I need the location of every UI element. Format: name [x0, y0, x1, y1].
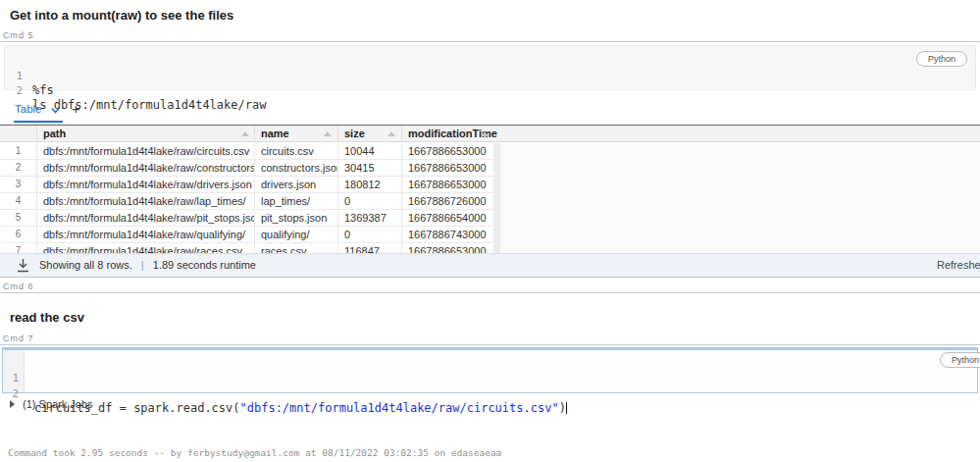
cell-name: pit_stops.json: [255, 210, 338, 226]
cell-path: dbfs:/mnt/formula1d4t4lake/raw/qualifyin…: [37, 227, 255, 242]
row-number: 2: [0, 160, 37, 176]
cell-mtime: 1667886726000: [402, 193, 493, 209]
code-line: 1: [3, 356, 977, 371]
error-text: org.apache.spark.SparkException: Job abo…: [19, 443, 980, 444]
sort-icon[interactable]: [241, 131, 249, 136]
row-number: 6: [0, 227, 37, 242]
cell-size: 10044: [338, 143, 402, 159]
rows-info: Showing all 8 rows. | 1.89 seconds runti…: [39, 259, 256, 271]
column-header-label: name: [261, 128, 289, 139]
line-number: 2: [5, 83, 23, 98]
cell-path: dbfs:/mnt/formula1d4t4lake/raw/lap_times…: [37, 193, 255, 209]
cmd6-label: Cmd 6: [3, 282, 34, 291]
runtime-label: 1.89 seconds runtime: [153, 259, 256, 271]
cell-name: circuits.csv: [255, 143, 338, 159]
column-header-label: path: [43, 128, 66, 139]
add-visualization-button[interactable]: +: [72, 100, 80, 117]
spark-jobs-label: (1) Spark Jobs: [23, 398, 93, 410]
databricks-notebook: { "accent_color": "#2076c6", "md_cell_1"…: [0, 0, 980, 462]
tab-table[interactable]: Table: [15, 103, 42, 115]
sort-icon[interactable]: [324, 131, 332, 136]
code-text: %fs: [32, 83, 54, 98]
cmd7-label: Cmd 7: [3, 334, 34, 343]
column-header-label: size: [344, 128, 365, 139]
cell-path: dbfs:/mnt/formula1d4t4lake/raw/circuits.…: [37, 143, 255, 159]
cell-divider: [0, 344, 980, 345]
code-cell-cmd5[interactable]: Python 1 %fs 2 ls dbfs:/mnt/formula1d4t4…: [4, 45, 976, 90]
spark-jobs-toggle[interactable]: (1) Spark Jobs: [10, 398, 93, 410]
cell-path: dbfs:/mnt/formula1d4t4lake/raw/drivers.j…: [37, 177, 255, 192]
column-header-size[interactable]: size: [338, 126, 402, 142]
table-row: 4 dbfs:/mnt/formula1d4t4lake/raw/lap_tim…: [0, 193, 493, 210]
row-number-header: [0, 126, 37, 142]
column-header-modificationTime[interactable]: modificationTime: [402, 126, 493, 142]
collapsed-arrow-icon: [10, 400, 15, 408]
cell-mtime: 1667886653000: [402, 160, 493, 176]
markdown-title: Get into a mount(raw) to see the files: [10, 8, 233, 23]
table-row: 6 dbfs:/mnt/formula1d4t4lake/raw/qualify…: [0, 227, 493, 243]
active-tab-underline: [14, 121, 63, 123]
code-line: 1 %fs: [5, 54, 33, 69]
cell-mtime: 1667886654000: [402, 210, 493, 226]
language-badge[interactable]: Python: [940, 352, 980, 368]
markdown-title: read the csv: [10, 310, 84, 325]
table-row: 5 dbfs:/mnt/formula1d4t4lake/raw/pit_sto…: [0, 210, 493, 227]
table-row: 2 dbfs:/mnt/formula1d4t4lake/raw/constru…: [0, 160, 493, 177]
error-output: +org.apache.spark.SparkException: Job ab…: [8, 415, 980, 444]
table-row: 3 dbfs:/mnt/formula1d4t4lake/raw/drivers…: [0, 177, 493, 193]
table-body: 1 dbfs:/mnt/formula1d4t4lake/raw/circuit…: [0, 143, 493, 253]
cell-divider: [0, 41, 980, 42]
cell-size: 0: [338, 227, 402, 242]
cell-path: dbfs:/mnt/formula1d4t4lake/raw/construct…: [37, 160, 255, 176]
table-empty-area: [500, 143, 980, 253]
sort-icon[interactable]: [481, 131, 489, 136]
row-number: 5: [0, 210, 37, 226]
code-text: ls dbfs:/mnt/formula1d4t4lake/raw: [32, 98, 266, 113]
rows-count-label: Showing all 8 rows.: [39, 259, 132, 271]
cell-name: qualifying/: [255, 227, 338, 242]
separator: |: [141, 259, 144, 271]
cell-path: dbfs:/mnt/formula1d4t4lake/raw/pit_stops…: [37, 210, 255, 226]
row-number: 3: [0, 177, 37, 192]
table-header-row: path name size modificationTime: [0, 126, 980, 142]
cell-size: 180812: [338, 177, 402, 192]
cell-path: dbfs:/mnt/formula1d4t4lake/raw/races.csv: [37, 243, 255, 253]
cell-name: constructors.json: [255, 160, 338, 176]
cmd5-label: Cmd 5: [3, 30, 34, 40]
cell-mtime: 1667886653000: [402, 143, 493, 159]
chevron-down-icon[interactable]: [51, 107, 60, 114]
cell-mtime: 1667886743000: [402, 227, 493, 242]
cell-size: 1369387: [338, 210, 402, 226]
code-line: 2 ls dbfs:/mnt/formula1d4t4lake/raw: [5, 69, 33, 83]
command-execution-footer: Command took 2.95 seconds -- by ferbystu…: [8, 447, 501, 458]
cell-name: races.csv: [255, 243, 338, 253]
cell-mtime: 1667886653000: [402, 177, 493, 192]
language-badge[interactable]: Python: [916, 51, 967, 67]
cell-size: 116847: [338, 243, 402, 253]
column-header-name[interactable]: name: [255, 126, 338, 142]
error-line: +org.apache.spark.SparkException: Job ab…: [8, 443, 980, 444]
code-string-literal: "dbfs:/mnt/formula1d4t4lake/raw/circuits…: [240, 401, 559, 415]
code-line: 2 circuits_df = spark.read.csv("dbfs:/mn…: [3, 372, 977, 386]
row-number: 7: [0, 243, 37, 253]
cell-name: lap_times/: [255, 193, 338, 209]
code-cell-cmd7-selected[interactable]: 1 2 circuits_df = spark.read.csv("dbfs:/…: [2, 347, 978, 393]
code-plain: ): [559, 401, 566, 415]
text-cursor: [566, 402, 567, 414]
table-row: 7 dbfs:/mnt/formula1d4t4lake/raw/races.c…: [0, 243, 493, 253]
cell-divider: [0, 292, 980, 293]
sort-icon[interactable]: [387, 131, 395, 136]
cell-name: drivers.json: [255, 177, 338, 192]
cell-size: 0: [338, 193, 402, 209]
code-text: circuits_df = spark.read.csv("dbfs:/mnt/…: [34, 401, 567, 416]
row-number: 4: [0, 193, 37, 209]
refresh-button[interactable]: Refreshed: [937, 259, 980, 271]
cell-mtime: 1667886653000: [402, 243, 493, 253]
table-scrollbar[interactable]: [493, 143, 500, 253]
results-footer: Showing all 8 rows. | 1.89 seconds runti…: [0, 253, 980, 278]
download-icon[interactable]: [17, 259, 29, 273]
row-number: 1: [0, 143, 37, 159]
cell-size: 30415: [338, 160, 402, 176]
table-row: 1 dbfs:/mnt/formula1d4t4lake/raw/circuit…: [0, 143, 493, 160]
column-header-path[interactable]: path: [37, 126, 255, 142]
